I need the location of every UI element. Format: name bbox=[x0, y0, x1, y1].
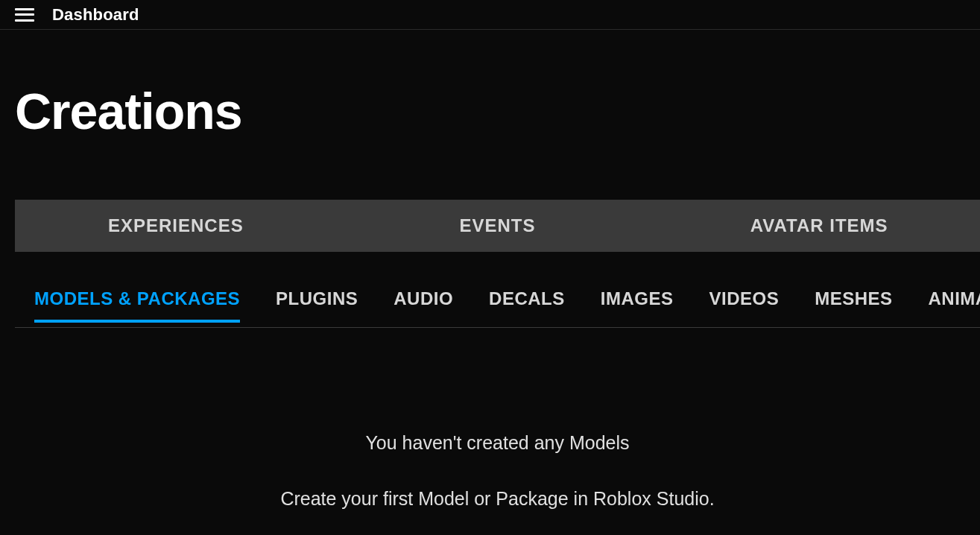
subtab-plugins[interactable]: PLUGINS bbox=[276, 288, 358, 323]
tab-events[interactable]: EVENTS bbox=[337, 200, 659, 252]
main-tabs: EXPERIENCES EVENTS AVATAR ITEMS bbox=[15, 200, 980, 252]
topbar: Dashboard bbox=[0, 0, 980, 30]
subtab-animations[interactable]: ANIMATIONS bbox=[929, 288, 980, 323]
subtab-models-packages[interactable]: MODELS & PACKAGES bbox=[34, 288, 240, 323]
subtab-images[interactable]: IMAGES bbox=[601, 288, 674, 323]
empty-state-subtitle: Create your first Model or Package in Ro… bbox=[15, 488, 980, 510]
subtab-videos[interactable]: VIDEOS bbox=[709, 288, 779, 323]
page-title: Creations bbox=[15, 82, 980, 140]
topbar-title: Dashboard bbox=[52, 5, 139, 25]
subtab-meshes[interactable]: MESHES bbox=[815, 288, 892, 323]
tab-experiences[interactable]: EXPERIENCES bbox=[15, 200, 337, 252]
menu-icon[interactable] bbox=[15, 8, 34, 22]
sub-tabs: MODELS & PACKAGES PLUGINS AUDIO DECALS I… bbox=[15, 283, 980, 328]
subtab-audio[interactable]: AUDIO bbox=[393, 288, 453, 323]
tab-avatar-items[interactable]: AVATAR ITEMS bbox=[658, 200, 980, 252]
subtab-decals[interactable]: DECALS bbox=[489, 288, 565, 323]
empty-state: You haven't created any Models Create yo… bbox=[15, 432, 980, 510]
empty-state-title: You haven't created any Models bbox=[15, 432, 980, 454]
page: Creations EXPERIENCES EVENTS AVATAR ITEM… bbox=[0, 82, 980, 510]
